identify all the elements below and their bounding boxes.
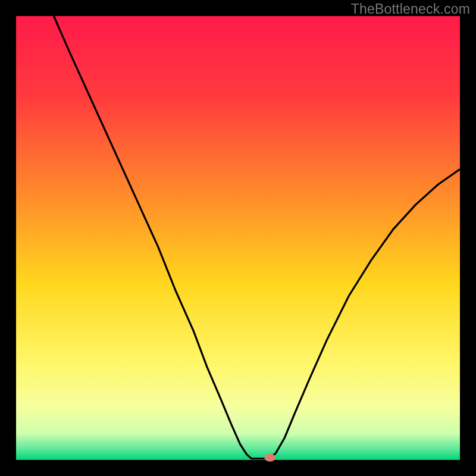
chart-frame: TheBottleneck.com	[0, 0, 476, 476]
optimal-marker	[265, 454, 275, 461]
bottleneck-chart	[0, 0, 476, 476]
watermark-text: TheBottleneck.com	[351, 1, 470, 17]
